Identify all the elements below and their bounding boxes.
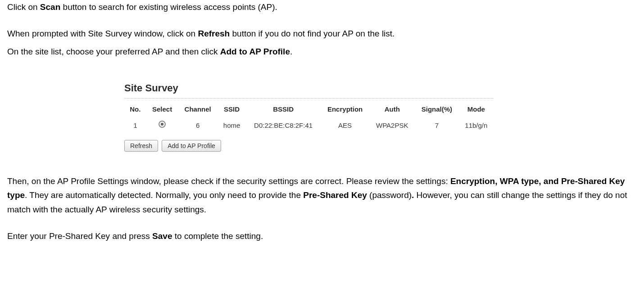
col-auth: Auth [369, 101, 415, 118]
col-bssid: BSSID [246, 101, 321, 118]
cell-channel: 6 [178, 118, 218, 134]
add-to-ap-profile-button[interactable]: Add to AP Profile [162, 140, 221, 152]
psk-bold: Pre-Shared Key [303, 190, 367, 200]
table-header-row: No. Select Channel SSID BSSID Encryption… [124, 101, 494, 118]
outro-paragraph-2: Enter your Pre-Shared Key and press Save… [7, 229, 637, 243]
intro-line-3: On the site list, choose your preferred … [7, 45, 637, 58]
save-bold: Save [152, 231, 172, 241]
scan-bold: Scan [40, 2, 60, 12]
refresh-bold: Refresh [198, 29, 230, 38]
cell-bssid: D0:22:BE:C8:2F:41 [246, 118, 321, 134]
site-survey-panel: Site Survey No. Select Channel SSID BSSI… [124, 80, 494, 152]
intro-line-2: When prompted with Site Survey window, c… [7, 27, 637, 40]
outro-paragraph-1: Then, on the AP Profile Settings window,… [7, 174, 637, 216]
table-row[interactable]: 1 6 home D0:22:BE:C8:2F:41 AES WPA2PSK 7… [124, 118, 494, 134]
cell-no: 1 [124, 118, 146, 134]
refresh-button[interactable]: Refresh [124, 140, 158, 152]
cell-signal: 7 [415, 118, 458, 134]
col-signal: Signal(%) [415, 101, 458, 118]
cell-ssid: home [218, 118, 246, 134]
text: button if you do not find your AP on the… [230, 29, 395, 38]
cell-encryption: AES [321, 118, 369, 134]
add-to-ap-profile-bold: Add to AP Profile [220, 47, 290, 56]
text: Enter your Pre-Shared Key and press [7, 231, 152, 241]
intro-line-1: Click on Scan button to search for exist… [7, 0, 637, 14]
text: button to search for existing wireless a… [60, 2, 277, 12]
radio-selected-icon[interactable] [159, 121, 166, 128]
col-mode: Mode [459, 101, 494, 118]
text: Then, on the AP Profile Settings window,… [7, 176, 450, 186]
text: to complete the setting. [172, 231, 263, 241]
col-encryption: Encryption [321, 101, 369, 118]
cell-select[interactable] [146, 118, 178, 134]
col-no: No. [124, 101, 146, 118]
col-ssid: SSID [218, 101, 246, 118]
col-channel: Channel [178, 101, 218, 118]
site-survey-table: No. Select Channel SSID BSSID Encryption… [124, 101, 494, 134]
text: Click on [7, 2, 40, 12]
site-survey-title: Site Survey [124, 80, 494, 99]
cell-auth: WPA2PSK [369, 118, 415, 134]
col-select: Select [146, 101, 178, 118]
text: On the site list, choose your preferred … [7, 47, 220, 56]
text: . [290, 47, 292, 56]
text: (password) [367, 190, 412, 200]
cell-mode: 11b/g/n [459, 118, 494, 134]
text: . They are automatically detected. Norma… [25, 190, 303, 200]
text: When prompted with Site Survey window, c… [7, 29, 198, 38]
site-survey-buttons: Refresh Add to AP Profile [124, 140, 494, 152]
